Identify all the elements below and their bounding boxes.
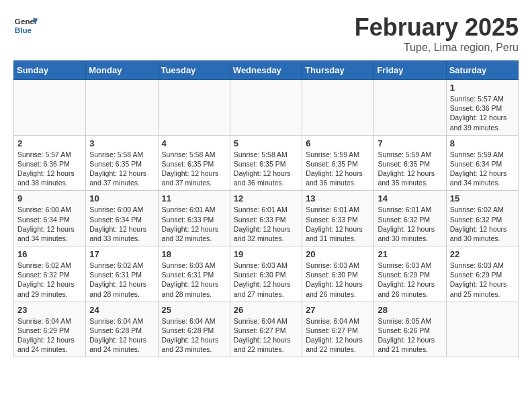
day-info: Sunrise: 6:01 AM Sunset: 6:33 PM Dayligh… [162, 205, 226, 243]
day-number: 25 [162, 305, 226, 315]
day-number: 1 [450, 83, 515, 93]
calendar-cell: 1Sunrise: 5:57 AM Sunset: 6:36 PM Daylig… [446, 80, 518, 136]
calendar-cell: 22Sunrise: 6:03 AM Sunset: 6:29 PM Dayli… [446, 246, 518, 302]
day-number: 28 [378, 305, 442, 315]
day-number: 16 [17, 249, 82, 259]
calendar-cell: 6Sunrise: 5:59 AM Sunset: 6:35 PM Daylig… [302, 135, 374, 191]
day-number: 18 [162, 249, 226, 259]
weekday-friday: Friday [374, 61, 446, 80]
day-info: Sunrise: 6:04 AM Sunset: 6:28 PM Dayligh… [162, 316, 226, 355]
day-number: 20 [306, 249, 370, 259]
day-number: 12 [234, 193, 298, 203]
day-info: Sunrise: 5:59 AM Sunset: 6:35 PM Dayligh… [378, 150, 442, 188]
week-row-5: 23Sunrise: 6:04 AM Sunset: 6:29 PM Dayli… [14, 302, 519, 357]
calendar-cell: 11Sunrise: 6:01 AM Sunset: 6:33 PM Dayli… [158, 191, 230, 246]
day-number: 26 [234, 305, 298, 315]
calendar-title: February 2025 [355, 13, 519, 42]
day-number: 9 [17, 193, 82, 203]
weekday-tuesday: Tuesday [158, 61, 230, 80]
day-info: Sunrise: 5:58 AM Sunset: 6:35 PM Dayligh… [89, 150, 154, 188]
calendar-cell: 9Sunrise: 6:00 AM Sunset: 6:34 PM Daylig… [14, 191, 86, 246]
day-info: Sunrise: 6:03 AM Sunset: 6:30 PM Dayligh… [306, 261, 370, 299]
generalblue-icon: General Blue [13, 13, 38, 38]
day-number: 2 [17, 138, 82, 148]
day-number: 5 [234, 138, 298, 148]
day-info: Sunrise: 6:03 AM Sunset: 6:31 PM Dayligh… [162, 261, 226, 299]
day-info: Sunrise: 6:05 AM Sunset: 6:26 PM Dayligh… [378, 316, 442, 355]
day-number: 22 [450, 249, 515, 259]
day-info: Sunrise: 6:01 AM Sunset: 6:33 PM Dayligh… [234, 205, 298, 243]
day-number: 21 [378, 249, 442, 259]
calendar-cell: 10Sunrise: 6:00 AM Sunset: 6:34 PM Dayli… [86, 191, 158, 246]
week-row-1: 1Sunrise: 5:57 AM Sunset: 6:36 PM Daylig… [14, 80, 519, 136]
day-info: Sunrise: 6:00 AM Sunset: 6:34 PM Dayligh… [89, 205, 154, 243]
day-info: Sunrise: 6:04 AM Sunset: 6:27 PM Dayligh… [306, 316, 370, 355]
header: General Blue February 2025 Tupe, Lima re… [13, 13, 519, 54]
day-number: 3 [89, 138, 154, 148]
day-number: 11 [162, 193, 226, 203]
calendar-cell [374, 80, 446, 136]
calendar-cell: 26Sunrise: 6:04 AM Sunset: 6:27 PM Dayli… [230, 302, 302, 357]
day-number: 7 [378, 138, 442, 148]
logo: General Blue [13, 13, 38, 38]
calendar-body: 1Sunrise: 5:57 AM Sunset: 6:36 PM Daylig… [14, 80, 519, 357]
day-number: 23 [17, 305, 82, 315]
day-info: Sunrise: 6:03 AM Sunset: 6:29 PM Dayligh… [450, 261, 515, 299]
day-info: Sunrise: 5:57 AM Sunset: 6:36 PM Dayligh… [450, 94, 515, 132]
weekday-sunday: Sunday [14, 61, 86, 80]
day-info: Sunrise: 5:59 AM Sunset: 6:35 PM Dayligh… [306, 150, 370, 188]
calendar-cell: 25Sunrise: 6:04 AM Sunset: 6:28 PM Dayli… [158, 302, 230, 357]
day-number: 8 [450, 138, 515, 148]
calendar-cell [230, 80, 302, 136]
weekday-thursday: Thursday [302, 61, 374, 80]
day-info: Sunrise: 6:04 AM Sunset: 6:28 PM Dayligh… [89, 316, 154, 355]
weekday-wednesday: Wednesday [230, 61, 302, 80]
title-section: February 2025 Tupe, Lima region, Peru [355, 13, 519, 54]
calendar-cell: 2Sunrise: 5:57 AM Sunset: 6:36 PM Daylig… [14, 135, 86, 191]
day-info: Sunrise: 5:58 AM Sunset: 6:35 PM Dayligh… [162, 150, 226, 188]
weekday-row: SundayMondayTuesdayWednesdayThursdayFrid… [14, 61, 519, 80]
calendar-cell: 13Sunrise: 6:01 AM Sunset: 6:33 PM Dayli… [302, 191, 374, 246]
calendar-header: SundayMondayTuesdayWednesdayThursdayFrid… [14, 61, 519, 80]
day-info: Sunrise: 6:01 AM Sunset: 6:33 PM Dayligh… [306, 205, 370, 243]
calendar-table: SundayMondayTuesdayWednesdayThursdayFrid… [13, 60, 519, 357]
calendar-cell: 20Sunrise: 6:03 AM Sunset: 6:30 PM Dayli… [302, 246, 374, 302]
calendar-cell: 19Sunrise: 6:03 AM Sunset: 6:30 PM Dayli… [230, 246, 302, 302]
calendar-cell: 18Sunrise: 6:03 AM Sunset: 6:31 PM Dayli… [158, 246, 230, 302]
calendar-subtitle: Tupe, Lima region, Peru [355, 42, 519, 54]
week-row-3: 9Sunrise: 6:00 AM Sunset: 6:34 PM Daylig… [14, 191, 519, 246]
calendar-cell: 8Sunrise: 5:59 AM Sunset: 6:34 PM Daylig… [446, 135, 518, 191]
week-row-4: 16Sunrise: 6:02 AM Sunset: 6:32 PM Dayli… [14, 246, 519, 302]
day-info: Sunrise: 6:02 AM Sunset: 6:32 PM Dayligh… [450, 205, 515, 243]
day-info: Sunrise: 6:03 AM Sunset: 6:29 PM Dayligh… [378, 261, 442, 299]
day-info: Sunrise: 6:00 AM Sunset: 6:34 PM Dayligh… [17, 205, 82, 243]
day-info: Sunrise: 5:58 AM Sunset: 6:35 PM Dayligh… [234, 150, 298, 188]
calendar-cell [158, 80, 230, 136]
calendar-cell [302, 80, 374, 136]
day-info: Sunrise: 5:57 AM Sunset: 6:36 PM Dayligh… [17, 150, 82, 188]
calendar-cell: 17Sunrise: 6:02 AM Sunset: 6:31 PM Dayli… [86, 246, 158, 302]
day-number: 27 [306, 305, 370, 315]
day-number: 17 [89, 249, 154, 259]
day-number: 10 [89, 193, 154, 203]
day-info: Sunrise: 6:04 AM Sunset: 6:29 PM Dayligh… [17, 316, 82, 355]
calendar-cell: 14Sunrise: 6:01 AM Sunset: 6:32 PM Dayli… [374, 191, 446, 246]
day-number: 14 [378, 193, 442, 203]
calendar-cell: 27Sunrise: 6:04 AM Sunset: 6:27 PM Dayli… [302, 302, 374, 357]
day-number: 15 [450, 193, 515, 203]
day-number: 13 [306, 193, 370, 203]
day-info: Sunrise: 6:04 AM Sunset: 6:27 PM Dayligh… [234, 316, 298, 355]
calendar-cell: 5Sunrise: 5:58 AM Sunset: 6:35 PM Daylig… [230, 135, 302, 191]
calendar-cell: 15Sunrise: 6:02 AM Sunset: 6:32 PM Dayli… [446, 191, 518, 246]
calendar-cell [14, 80, 86, 136]
calendar-cell: 23Sunrise: 6:04 AM Sunset: 6:29 PM Dayli… [14, 302, 86, 357]
calendar-cell: 28Sunrise: 6:05 AM Sunset: 6:26 PM Dayli… [374, 302, 446, 357]
day-number: 6 [306, 138, 370, 148]
calendar-cell: 24Sunrise: 6:04 AM Sunset: 6:28 PM Dayli… [86, 302, 158, 357]
day-info: Sunrise: 6:03 AM Sunset: 6:30 PM Dayligh… [234, 261, 298, 299]
weekday-monday: Monday [86, 61, 158, 80]
day-info: Sunrise: 5:59 AM Sunset: 6:34 PM Dayligh… [450, 150, 515, 188]
calendar-cell: 7Sunrise: 5:59 AM Sunset: 6:35 PM Daylig… [374, 135, 446, 191]
day-number: 24 [89, 305, 154, 315]
day-number: 4 [162, 138, 226, 148]
